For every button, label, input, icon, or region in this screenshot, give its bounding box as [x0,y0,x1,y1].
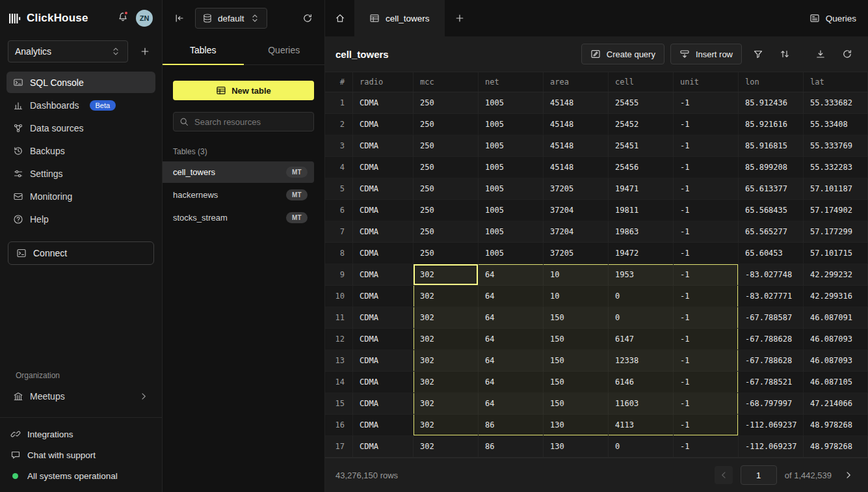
cell[interactable]: 48.978268 [804,436,868,458]
cell[interactable]: 1005 [479,92,544,114]
notifications-bell-icon[interactable] [118,12,128,25]
row-number[interactable]: 11 [325,307,353,329]
cell[interactable]: 85.912436 [739,92,804,114]
cell[interactable]: CDMA [353,307,414,329]
sidebar-item-settings[interactable]: Settings [7,163,155,184]
cell[interactable]: 64 [479,329,544,350]
cell[interactable]: 250 [414,178,479,200]
cell[interactable]: 1005 [479,243,544,264]
cell[interactable]: 55.332283 [804,157,868,178]
cell[interactable]: 1005 [479,221,544,243]
row-number[interactable]: 9 [325,264,353,286]
cell[interactable]: 25451 [609,135,674,157]
cell[interactable]: 25452 [609,114,674,135]
cell[interactable]: 37205 [544,243,609,264]
workspace-select[interactable]: Analytics [8,40,128,62]
cell[interactable]: 57.101187 [804,178,868,200]
cell[interactable]: 302 [414,286,479,307]
tab-tables[interactable]: Tables [163,36,244,65]
cell[interactable]: 46.087091 [804,307,868,329]
database-select[interactable]: default [195,8,267,29]
cell[interactable]: 1005 [479,114,544,135]
refresh-table-button[interactable] [837,44,858,64]
cell[interactable]: 302 [414,329,479,350]
cell[interactable]: 57.177299 [804,221,868,243]
cell[interactable]: 42.299232 [804,264,868,286]
table-list-item-hackernews[interactable]: hackernewsMT [163,184,314,206]
download-button[interactable] [810,44,831,64]
cell[interactable]: 25455 [609,92,674,114]
sidebar-item-chat-with-support[interactable]: Chat with support [0,445,162,465]
cell[interactable]: CDMA [353,157,414,178]
queries-button[interactable]: Queries [798,0,868,36]
cell[interactable]: -1 [674,157,739,178]
cell[interactable]: 37204 [544,200,609,221]
cell[interactable]: 10 [544,264,609,286]
cell[interactable]: 85.921616 [739,114,804,135]
tab-cell-towers[interactable]: cell_towers [355,0,445,36]
row-number[interactable]: 16 [325,415,353,436]
sidebar-item-data-sources[interactable]: Data sources [7,117,155,139]
add-service-button[interactable] [136,42,154,61]
cell[interactable]: -1 [674,178,739,200]
cell[interactable]: -1 [674,350,739,372]
cell[interactable]: 250 [414,92,479,114]
cell[interactable]: 64 [479,264,544,286]
cell[interactable]: -1 [674,135,739,157]
cell[interactable]: 19811 [609,200,674,221]
cell[interactable]: 6147 [609,329,674,350]
column-header-unit[interactable]: unit [674,72,739,92]
cell[interactable]: 55.333682 [804,92,868,114]
row-number[interactable]: 4 [325,157,353,178]
cell[interactable]: 25456 [609,157,674,178]
cell[interactable]: CDMA [353,200,414,221]
page-input[interactable] [741,465,777,485]
cell[interactable]: CDMA [353,286,414,307]
cell[interactable]: -1 [674,436,739,458]
cell[interactable]: 45148 [544,92,609,114]
prev-page-button[interactable] [715,466,733,484]
cell[interactable]: 57.174902 [804,200,868,221]
cell[interactable]: 65.568435 [739,200,804,221]
column-header-cell[interactable]: cell [609,72,674,92]
cell[interactable]: -1 [674,307,739,329]
cell[interactable]: 250 [414,135,479,157]
sidebar-item-dashboards[interactable]: DashboardsBeta [7,94,155,116]
cell[interactable]: CDMA [353,92,414,114]
cell[interactable]: 64 [479,307,544,329]
search-input[interactable] [194,117,308,127]
cell[interactable]: 86 [479,415,544,436]
cell[interactable]: 250 [414,221,479,243]
cell[interactable]: 1005 [479,200,544,221]
cell[interactable]: 6146 [609,372,674,393]
cell[interactable]: 46.087093 [804,350,868,372]
cell[interactable]: 55.333769 [804,135,868,157]
row-number[interactable]: 3 [325,135,353,157]
column-header-mcc[interactable]: mcc [414,72,479,92]
row-number[interactable]: 6 [325,200,353,221]
cell[interactable]: 37205 [544,178,609,200]
cell[interactable]: -83.027771 [739,286,804,307]
refresh-resources-button[interactable] [298,9,317,27]
cell[interactable]: 150 [544,393,609,415]
cell[interactable]: 302 [414,350,479,372]
row-number[interactable]: 15 [325,393,353,415]
new-table-button[interactable]: New table [173,81,314,100]
cell[interactable]: -1 [674,329,739,350]
cell[interactable]: -1 [674,264,739,286]
cell[interactable]: 250 [414,200,479,221]
sidebar-item-integrations[interactable]: Integrations [0,424,162,444]
column-header-net[interactable]: net [479,72,544,92]
cell[interactable]: 1005 [479,178,544,200]
cell[interactable]: CDMA [353,264,414,286]
active-cell[interactable]: 302 [414,264,479,286]
sidebar-item-backups[interactable]: Backups [7,140,155,161]
row-number[interactable]: 13 [325,350,353,372]
table-list-item-stocks-stream[interactable]: stocks_streamMT [163,207,314,228]
cell[interactable]: -68.797997 [739,393,804,415]
sidebar-item-help[interactable]: Help [7,208,155,230]
cell[interactable]: 1005 [479,135,544,157]
cell[interactable]: 1953 [609,264,674,286]
cell[interactable]: 55.33408 [804,114,868,135]
cell[interactable]: 65.60453 [739,243,804,264]
